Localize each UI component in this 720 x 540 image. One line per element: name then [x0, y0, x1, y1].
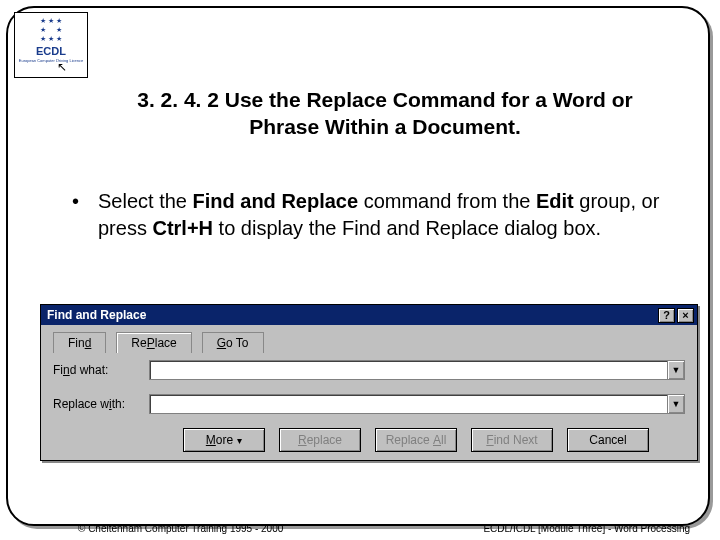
replace-with-input[interactable]: ▼	[149, 394, 685, 414]
tab-strip: Find RePlace Go To	[53, 331, 685, 352]
tab-find[interactable]: Find	[53, 332, 106, 353]
slide-frame: ECDL European Computer Driving Licence ↖…	[6, 6, 710, 526]
cursor-icon: ↖	[57, 60, 67, 74]
body-text: • Select the Find and Replace command fr…	[72, 188, 664, 242]
ecdl-logo: ECDL European Computer Driving Licence ↖	[14, 12, 88, 78]
help-button[interactable]: ?	[658, 308, 675, 323]
tab-replace[interactable]: RePlace	[116, 332, 191, 353]
find-replace-dialog: Find and Replace ? × Find RePlace Go To …	[40, 304, 698, 461]
logo-subline: European Computer Driving Licence	[19, 58, 83, 63]
button-row: More▾ Replace Replace All Find Next Canc…	[53, 428, 685, 452]
replace-with-dropdown[interactable]: ▼	[667, 395, 684, 413]
find-what-dropdown[interactable]: ▼	[667, 361, 684, 379]
cancel-button[interactable]: Cancel	[567, 428, 649, 452]
find-what-label: Find what:	[53, 363, 149, 377]
find-what-input[interactable]: ▼	[149, 360, 685, 380]
chevron-down-icon: ▼	[672, 365, 681, 375]
expand-down-icon: ▾	[237, 435, 242, 446]
footer-left: © Cheltenham Computer Training 1995 - 20…	[78, 523, 283, 534]
bullet-icon: •	[72, 188, 98, 242]
replace-with-label: Replace with:	[53, 397, 149, 411]
chevron-down-icon: ▼	[672, 399, 681, 409]
more-button[interactable]: More▾	[183, 428, 265, 452]
footer-right: ECDL/ICDL [Module Three] - Word Processi…	[483, 523, 690, 534]
tab-goto[interactable]: Go To	[202, 332, 264, 353]
dialog-title: Find and Replace	[47, 308, 146, 322]
replace-all-button[interactable]: Replace All	[375, 428, 457, 452]
eu-stars-icon	[30, 16, 72, 44]
find-next-button[interactable]: Find Next	[471, 428, 553, 452]
slide-footer: © Cheltenham Computer Training 1995 - 20…	[78, 523, 690, 534]
slide-title: 3. 2. 4. 2 Use the Replace Command for a…	[102, 86, 668, 141]
logo-abbr: ECDL	[36, 45, 66, 57]
replace-button[interactable]: Replace	[279, 428, 361, 452]
dialog-titlebar[interactable]: Find and Replace ? ×	[41, 305, 697, 325]
close-button[interactable]: ×	[677, 308, 694, 323]
bullet-text: Select the Find and Replace command from…	[98, 188, 664, 242]
